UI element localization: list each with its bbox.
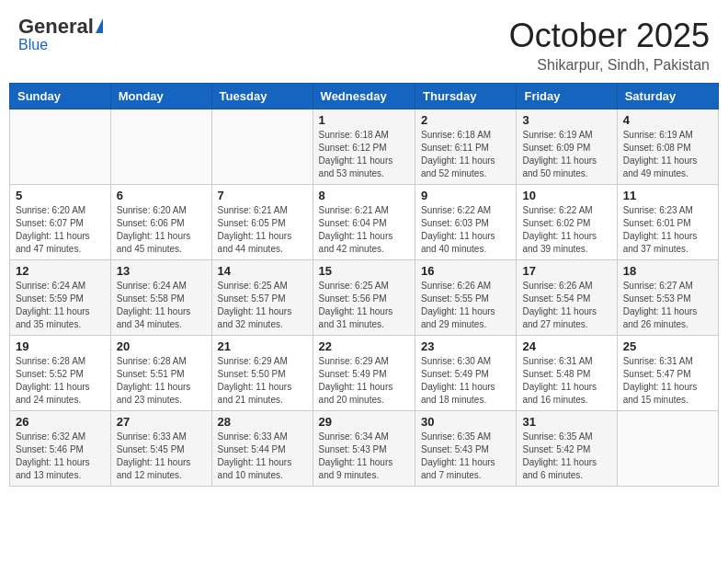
day-number: 14 [218, 264, 307, 278]
day-number: 10 [522, 189, 610, 202]
day-info: Sunrise: 6:20 AM Sunset: 6:06 PM Dayligh… [117, 204, 206, 256]
day-info: Sunrise: 6:34 AM Sunset: 5:43 PM Dayligh… [319, 431, 409, 482]
day-info: Sunrise: 6:33 AM Sunset: 5:45 PM Dayligh… [117, 431, 206, 482]
logo-general-text: General [18, 17, 94, 37]
day-number: 1 [319, 113, 409, 127]
day-info: Sunrise: 6:27 AM Sunset: 5:53 PM Dayligh… [623, 280, 712, 331]
day-number: 7 [218, 189, 307, 202]
calendar-cell [110, 109, 211, 185]
calendar-cell: 20Sunrise: 6:28 AM Sunset: 5:51 PM Dayli… [110, 336, 211, 411]
day-number: 15 [319, 264, 409, 278]
calendar-cell: 17Sunrise: 6:26 AM Sunset: 5:54 PM Dayli… [517, 260, 617, 336]
day-info: Sunrise: 6:33 AM Sunset: 5:44 PM Dayligh… [218, 431, 307, 482]
calendar-cell: 12Sunrise: 6:24 AM Sunset: 5:59 PM Dayli… [10, 260, 111, 336]
calendar-cell: 14Sunrise: 6:25 AM Sunset: 5:57 PM Dayli… [211, 260, 313, 336]
calendar-cell: 11Sunrise: 6:23 AM Sunset: 6:01 PM Dayli… [617, 185, 718, 260]
calendar-week-2: 5Sunrise: 6:20 AM Sunset: 6:07 PM Daylig… [10, 185, 719, 260]
day-info: Sunrise: 6:32 AM Sunset: 5:46 PM Dayligh… [16, 431, 105, 482]
calendar-cell: 13Sunrise: 6:24 AM Sunset: 5:58 PM Dayli… [110, 260, 211, 336]
day-info: Sunrise: 6:24 AM Sunset: 5:59 PM Dayligh… [16, 280, 105, 331]
logo: General Blue [18, 17, 103, 53]
calendar-cell: 27Sunrise: 6:33 AM Sunset: 5:45 PM Dayli… [110, 411, 211, 487]
day-number: 19 [16, 339, 105, 353]
day-info: Sunrise: 6:30 AM Sunset: 5:49 PM Dayligh… [421, 355, 510, 407]
day-number: 16 [421, 264, 510, 278]
day-number: 23 [421, 339, 510, 353]
day-info: Sunrise: 6:35 AM Sunset: 5:43 PM Dayligh… [421, 431, 510, 482]
calendar-table: SundayMondayTuesdayWednesdayThursdayFrid… [9, 83, 719, 487]
calendar-week-3: 12Sunrise: 6:24 AM Sunset: 5:59 PM Dayli… [10, 260, 719, 336]
day-number: 13 [117, 264, 206, 278]
day-number: 25 [623, 339, 712, 353]
day-number: 31 [522, 415, 610, 429]
day-number: 29 [319, 415, 409, 429]
calendar-cell: 21Sunrise: 6:29 AM Sunset: 5:50 PM Dayli… [211, 336, 313, 411]
title-block: October 2025 Shikarpur, Sindh, Pakistan [509, 17, 710, 74]
day-number: 3 [522, 113, 610, 127]
calendar-cell: 16Sunrise: 6:26 AM Sunset: 5:55 PM Dayli… [415, 260, 517, 336]
day-info: Sunrise: 6:19 AM Sunset: 6:09 PM Dayligh… [522, 129, 610, 180]
calendar-cell: 24Sunrise: 6:31 AM Sunset: 5:48 PM Dayli… [517, 336, 617, 411]
weekday-header-monday: Monday [110, 84, 211, 109]
calendar-cell: 1Sunrise: 6:18 AM Sunset: 6:12 PM Daylig… [313, 109, 415, 185]
day-info: Sunrise: 6:24 AM Sunset: 5:58 PM Dayligh… [117, 280, 206, 331]
calendar-cell [211, 109, 313, 185]
location-title: Shikarpur, Sindh, Pakistan [509, 57, 710, 74]
calendar-cell: 31Sunrise: 6:35 AM Sunset: 5:42 PM Dayli… [517, 411, 617, 487]
calendar-cell: 29Sunrise: 6:34 AM Sunset: 5:43 PM Dayli… [313, 411, 415, 487]
day-number: 27 [117, 415, 206, 429]
calendar-cell: 19Sunrise: 6:28 AM Sunset: 5:52 PM Dayli… [10, 336, 111, 411]
weekday-header-wednesday: Wednesday [313, 84, 415, 109]
day-number: 2 [421, 113, 510, 127]
day-info: Sunrise: 6:29 AM Sunset: 5:49 PM Dayligh… [319, 355, 409, 407]
day-number: 12 [16, 264, 105, 278]
day-number: 4 [623, 113, 712, 127]
day-number: 17 [522, 264, 610, 278]
month-title: October 2025 [509, 17, 710, 55]
calendar-cell: 26Sunrise: 6:32 AM Sunset: 5:46 PM Dayli… [10, 411, 111, 487]
day-info: Sunrise: 6:28 AM Sunset: 5:51 PM Dayligh… [117, 355, 206, 407]
calendar-cell: 10Sunrise: 6:22 AM Sunset: 6:02 PM Dayli… [517, 185, 617, 260]
day-info: Sunrise: 6:21 AM Sunset: 6:05 PM Dayligh… [218, 204, 307, 256]
day-info: Sunrise: 6:26 AM Sunset: 5:54 PM Dayligh… [522, 280, 610, 331]
day-number: 8 [319, 189, 409, 202]
day-info: Sunrise: 6:22 AM Sunset: 6:02 PM Dayligh… [522, 204, 610, 256]
calendar-cell: 30Sunrise: 6:35 AM Sunset: 5:43 PM Dayli… [415, 411, 517, 487]
day-number: 26 [16, 415, 105, 429]
day-info: Sunrise: 6:18 AM Sunset: 6:11 PM Dayligh… [421, 129, 510, 180]
day-info: Sunrise: 6:31 AM Sunset: 5:48 PM Dayligh… [522, 355, 610, 407]
day-info: Sunrise: 6:20 AM Sunset: 6:07 PM Dayligh… [16, 204, 105, 256]
weekday-header-tuesday: Tuesday [211, 84, 313, 109]
calendar-week-1: 1Sunrise: 6:18 AM Sunset: 6:12 PM Daylig… [10, 109, 719, 185]
day-info: Sunrise: 6:23 AM Sunset: 6:01 PM Dayligh… [623, 204, 712, 256]
calendar-cell: 15Sunrise: 6:25 AM Sunset: 5:56 PM Dayli… [313, 260, 415, 336]
calendar-cell: 3Sunrise: 6:19 AM Sunset: 6:09 PM Daylig… [517, 109, 617, 185]
day-number: 22 [319, 339, 409, 353]
day-info: Sunrise: 6:21 AM Sunset: 6:04 PM Dayligh… [319, 204, 409, 256]
day-number: 21 [218, 339, 307, 353]
day-number: 11 [623, 189, 712, 202]
day-number: 9 [421, 189, 510, 202]
calendar-cell: 8Sunrise: 6:21 AM Sunset: 6:04 PM Daylig… [313, 185, 415, 260]
logo-blue-text: Blue [18, 37, 48, 53]
weekday-header-row: SundayMondayTuesdayWednesdayThursdayFrid… [10, 84, 719, 109]
day-info: Sunrise: 6:29 AM Sunset: 5:50 PM Dayligh… [218, 355, 307, 407]
calendar-cell: 4Sunrise: 6:19 AM Sunset: 6:08 PM Daylig… [617, 109, 718, 185]
day-info: Sunrise: 6:18 AM Sunset: 6:12 PM Dayligh… [319, 129, 409, 180]
calendar-week-5: 26Sunrise: 6:32 AM Sunset: 5:46 PM Dayli… [10, 411, 719, 487]
logo-triangle-icon [96, 18, 103, 33]
day-number: 24 [522, 339, 610, 353]
day-number: 6 [117, 189, 206, 202]
day-info: Sunrise: 6:25 AM Sunset: 5:57 PM Dayligh… [218, 280, 307, 331]
day-number: 30 [421, 415, 510, 429]
calendar-cell: 6Sunrise: 6:20 AM Sunset: 6:06 PM Daylig… [110, 185, 211, 260]
calendar-cell: 25Sunrise: 6:31 AM Sunset: 5:47 PM Dayli… [617, 336, 718, 411]
weekday-header-thursday: Thursday [415, 84, 517, 109]
calendar-cell: 28Sunrise: 6:33 AM Sunset: 5:44 PM Dayli… [211, 411, 313, 487]
day-info: Sunrise: 6:35 AM Sunset: 5:42 PM Dayligh… [522, 431, 610, 482]
day-number: 28 [218, 415, 307, 429]
weekday-header-friday: Friday [517, 84, 617, 109]
calendar-week-4: 19Sunrise: 6:28 AM Sunset: 5:52 PM Dayli… [10, 336, 719, 411]
day-info: Sunrise: 6:26 AM Sunset: 5:55 PM Dayligh… [421, 280, 510, 331]
day-info: Sunrise: 6:22 AM Sunset: 6:03 PM Dayligh… [421, 204, 510, 256]
